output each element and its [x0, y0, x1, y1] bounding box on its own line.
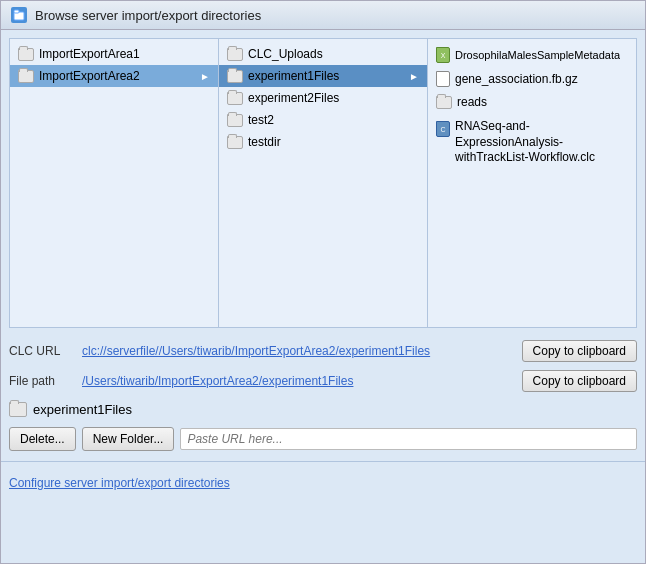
delete-button[interactable]: Delete...: [9, 427, 76, 451]
copy-file-path-button[interactable]: Copy to clipboard: [522, 370, 637, 392]
file-icon: X: [436, 47, 450, 63]
list-item[interactable]: ImportExportArea1: [10, 43, 218, 65]
arrow-icon: ►: [409, 71, 419, 82]
file-path-row: File path /Users/tiwarib/ImportExportAre…: [1, 366, 645, 396]
folder-icon: [227, 48, 243, 61]
file-icon: [436, 71, 450, 87]
item-label: CLC_Uploads: [248, 47, 323, 61]
browser-panel: ImportExportArea1 ImportExportArea2 ► CL…: [9, 38, 637, 328]
list-item[interactable]: test2: [219, 109, 427, 131]
folder-icon: [436, 96, 452, 109]
folder-icon: [18, 48, 34, 61]
item-label: experiment1Files: [248, 69, 339, 83]
file-path-value[interactable]: /Users/tiwarib/ImportExportArea2/experim…: [82, 374, 514, 388]
svg-rect-1: [14, 10, 19, 13]
action-row: Delete... New Folder...: [1, 423, 645, 455]
list-item[interactable]: CLC_Uploads: [219, 43, 427, 65]
browser-column-1: ImportExportArea1 ImportExportArea2 ►: [10, 39, 219, 327]
folder-icon: [9, 402, 27, 417]
arrow-icon: ►: [200, 71, 210, 82]
item-label: ImportExportArea1: [39, 47, 140, 61]
list-item[interactable]: experiment2Files: [219, 87, 427, 109]
item-label: reads: [457, 95, 487, 109]
folder-icon: [227, 136, 243, 149]
new-folder-button[interactable]: New Folder...: [82, 427, 175, 451]
folder-icon: [227, 70, 243, 83]
list-item[interactable]: reads: [428, 91, 636, 113]
item-label: RNASeq-and-ExpressionAnalysis-withTrackL…: [455, 119, 628, 166]
folder-icon: [227, 92, 243, 105]
item-label: gene_association.fb.gz: [455, 72, 578, 86]
file-icon: C: [436, 121, 450, 137]
clc-url-value[interactable]: clc://serverfile//Users/tiwarib/ImportEx…: [82, 344, 514, 358]
clc-url-label: CLC URL: [9, 344, 74, 358]
folder-icon: [18, 70, 34, 83]
item-label: ImportExportArea2: [39, 69, 140, 83]
item-label: DrosophilaMalesSampleMetadata: [455, 49, 620, 61]
window-icon: [11, 7, 27, 23]
list-item[interactable]: ImportExportArea2 ►: [10, 65, 218, 87]
list-item[interactable]: C RNASeq-and-ExpressionAnalysis-withTrac…: [428, 113, 636, 170]
list-item[interactable]: gene_association.fb.gz: [428, 67, 636, 91]
configure-link[interactable]: Configure server import/export directori…: [9, 476, 230, 490]
paste-url-input[interactable]: [180, 428, 637, 450]
clc-url-row: CLC URL clc://serverfile//Users/tiwarib/…: [1, 336, 645, 366]
list-item[interactable]: testdir: [219, 131, 427, 153]
copy-clc-url-button[interactable]: Copy to clipboard: [522, 340, 637, 362]
selected-folder-row: experiment1Files: [1, 396, 645, 423]
folder-icon: [227, 114, 243, 127]
browser-column-2: CLC_Uploads experiment1Files ► experimen…: [219, 39, 428, 327]
browser-column-3: X DrosophilaMalesSampleMetadata gene_ass…: [428, 39, 636, 327]
main-window: Browse server import/export directories …: [0, 0, 646, 564]
list-item[interactable]: X DrosophilaMalesSampleMetadata: [428, 43, 636, 67]
window-title: Browse server import/export directories: [35, 8, 261, 23]
configure-link-row: Configure server import/export directori…: [1, 468, 645, 498]
item-label: test2: [248, 113, 274, 127]
selected-folder-name: experiment1Files: [33, 402, 132, 417]
list-item[interactable]: experiment1Files ►: [219, 65, 427, 87]
file-path-label: File path: [9, 374, 74, 388]
item-label: experiment2Files: [248, 91, 339, 105]
title-bar: Browse server import/export directories: [1, 1, 645, 30]
divider: [1, 461, 645, 462]
item-label: testdir: [248, 135, 281, 149]
